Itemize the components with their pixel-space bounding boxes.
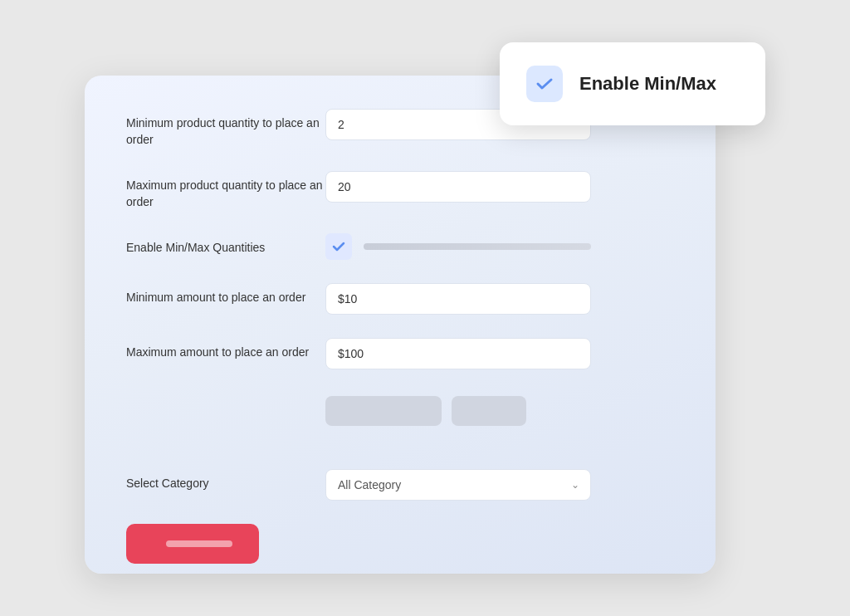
submit-row — [126, 524, 674, 564]
category-select[interactable]: All Category Category 1 Category 2 — [325, 469, 591, 501]
min-amount-control — [325, 283, 591, 315]
placeholder-buttons — [325, 396, 526, 426]
placeholder-btn-1[interactable] — [325, 396, 442, 426]
max-qty-control — [325, 171, 591, 203]
max-amount-control — [325, 338, 591, 369]
min-amount-label: Minimum amount to place an order — [126, 283, 325, 306]
enable-minmax-label: Enable Min/Max Quantities — [126, 233, 325, 257]
max-qty-row: Maximum product quantity to place an ord… — [126, 171, 674, 210]
tooltip-checkbox-icon — [526, 66, 563, 102]
max-amount-input[interactable] — [325, 338, 591, 369]
max-qty-label: Maximum product quantity to place an ord… — [126, 171, 325, 210]
enable-minmax-checkbox[interactable] — [325, 233, 352, 260]
max-amount-label: Maximum amount to place an order — [126, 338, 325, 361]
select-category-control: All Category Category 1 Category 2 ⌄ — [325, 469, 591, 501]
min-qty-label: Minimum product quantity to place an ord… — [126, 109, 325, 148]
slider-track — [364, 243, 591, 250]
max-qty-input[interactable] — [325, 171, 591, 203]
tooltip-title: Enable Min/Max — [579, 73, 716, 95]
main-card: Minimum product quantity to place an ord… — [85, 76, 716, 574]
select-category-row: Select Category All Category Category 1 … — [126, 469, 674, 501]
max-amount-row: Maximum amount to place an order — [126, 338, 674, 369]
submit-button-inner — [166, 540, 232, 547]
submit-button[interactable] — [126, 524, 259, 564]
tooltip-card: Enable Min/Max — [500, 42, 765, 125]
min-amount-row: Minimum amount to place an order — [126, 283, 674, 315]
buttons-spacer — [126, 393, 325, 399]
placeholder-btn-2[interactable] — [452, 396, 526, 426]
select-category-label: Select Category — [126, 469, 325, 492]
select-wrapper: All Category Category 1 Category 2 ⌄ — [325, 469, 591, 501]
action-buttons-row — [126, 393, 674, 446]
enable-minmax-control — [325, 233, 591, 260]
min-amount-input[interactable] — [325, 283, 591, 315]
enable-minmax-row: Enable Min/Max Quantities — [126, 233, 674, 260]
